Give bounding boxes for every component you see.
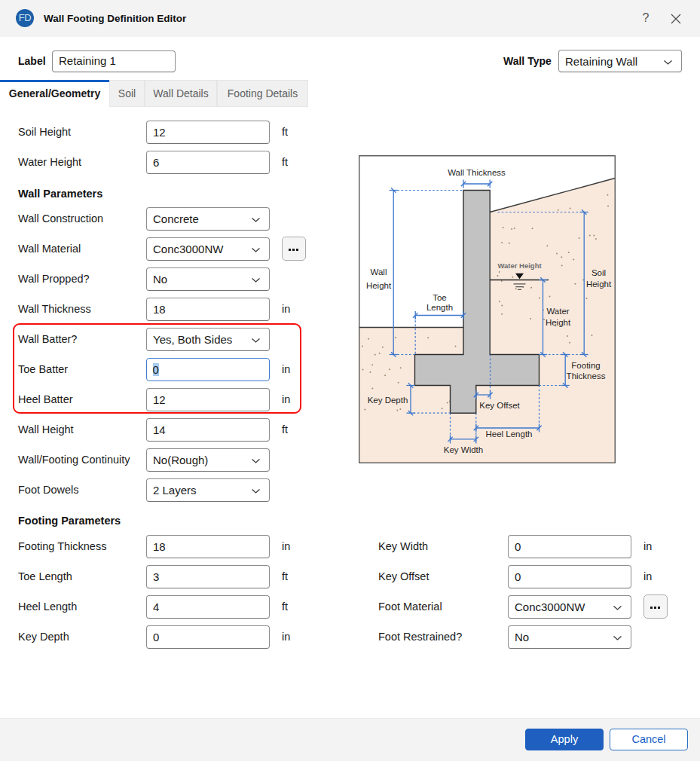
svg-text:Heel Length: Heel Length [485,429,532,439]
svg-text:Key Depth: Key Depth [368,396,408,405]
svg-text:Toe: Toe [433,293,447,302]
svg-text:Height: Height [586,280,612,289]
svg-text:Wall Thickness: Wall Thickness [448,168,506,177]
svg-text:Thickness: Thickness [567,371,606,380]
svg-text:Length: Length [426,303,453,312]
svg-text:Height: Height [546,318,571,327]
svg-text:Footing: Footing [571,361,600,370]
svg-text:Key Offset: Key Offset [479,401,520,410]
svg-text:Wall: Wall [371,267,387,277]
svg-text:Key Width: Key Width [444,445,483,454]
svg-text:Height: Height [366,281,392,290]
svg-text:Water Height: Water Height [497,261,542,270]
svg-text:Soil: Soil [591,268,606,277]
svg-text:Water: Water [546,307,569,316]
